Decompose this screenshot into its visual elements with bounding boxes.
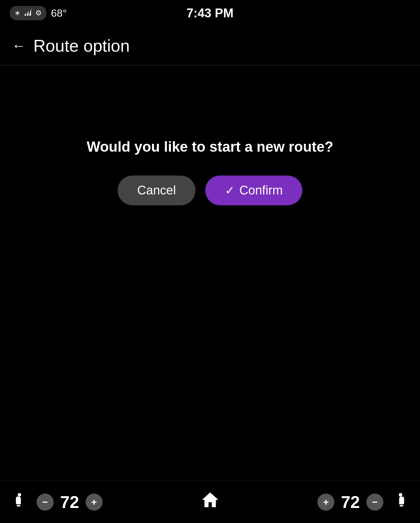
signal-icon [24, 8, 32, 18]
svg-marker-2 [29, 8, 31, 16]
svg-marker-1 [27, 11, 28, 16]
left-minus-button[interactable]: − [37, 494, 54, 511]
main-content: Would you like to start a new route? Can… [0, 118, 420, 225]
left-seat-count: 72 [60, 492, 79, 512]
right-minus-button[interactable]: − [366, 494, 383, 511]
left-seat-icon [13, 492, 30, 512]
svg-point-3 [18, 493, 21, 497]
temperature: 68° [51, 7, 67, 19]
right-plus-button[interactable]: + [317, 494, 334, 511]
svg-marker-0 [24, 13, 26, 16]
bluetooth-icon: ∗ [14, 9, 20, 17]
dialog-question: Would you like to start a new route? [87, 137, 333, 156]
bottom-bar: − 72 + + 72 − [0, 481, 420, 523]
back-button[interactable]: ← [12, 38, 25, 54]
confirm-label: Confirm [239, 183, 283, 197]
header: ← Route option [0, 26, 420, 65]
status-icons: ∗ ⚙ [10, 6, 46, 20]
left-plus-button[interactable]: + [86, 494, 103, 511]
status-left: ∗ ⚙ 68° [10, 6, 67, 20]
dialog-buttons: Cancel ✓ Confirm [118, 176, 302, 205]
right-seat-count: 72 [341, 492, 360, 512]
bottom-center [200, 490, 220, 514]
page-title: Route option [33, 36, 130, 56]
settings-icon: ⚙ [35, 9, 42, 17]
bottom-right-controls: + 72 − [317, 492, 407, 512]
cancel-button[interactable]: Cancel [118, 176, 195, 205]
home-icon[interactable] [200, 490, 220, 514]
confirm-button[interactable]: ✓ Confirm [205, 176, 302, 205]
status-bar: ∗ ⚙ 68° 7:43 PM [0, 0, 420, 26]
status-time: 7:43 PM [187, 6, 234, 20]
bottom-left-controls: − 72 + [13, 492, 103, 512]
svg-point-4 [399, 493, 402, 497]
checkmark-icon: ✓ [225, 184, 235, 197]
right-seat-icon [390, 492, 407, 512]
